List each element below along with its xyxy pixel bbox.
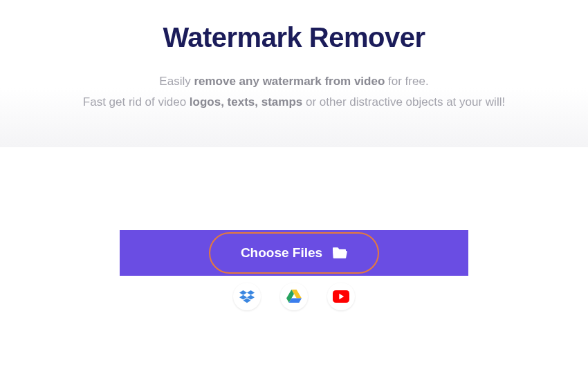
subtitle-2-pre: Fast get rid of video (83, 95, 190, 109)
hero-header: Watermark Remover Easily remove any wate… (0, 0, 588, 147)
upload-section: Choose Files (0, 147, 588, 310)
subtitle-2-post: or other distractive objects at your wil… (302, 95, 505, 109)
dropbox-icon (239, 290, 255, 303)
subtitle-1-pre: Easily (159, 75, 194, 88)
upload-bar[interactable]: Choose Files (120, 230, 468, 276)
dropbox-source-button[interactable] (233, 283, 261, 310)
subtitle-line-1: Easily remove any watermark from video f… (0, 71, 588, 92)
choose-files-label: Choose Files (241, 245, 322, 261)
choose-files-button[interactable]: Choose Files (209, 232, 379, 274)
subtitle-1-bold: remove any watermark from video (194, 75, 385, 88)
youtube-source-button[interactable] (327, 283, 355, 310)
google-drive-icon (286, 290, 302, 303)
page-title: Watermark Remover (0, 22, 588, 53)
youtube-icon (333, 290, 349, 303)
source-buttons (233, 283, 355, 310)
subtitle-line-2: Fast get rid of video logos, texts, stam… (0, 92, 588, 113)
folder-icon (332, 247, 347, 259)
subtitle-2-bold: logos, texts, stamps (190, 95, 302, 109)
svg-marker-0 (239, 290, 247, 295)
google-drive-source-button[interactable] (280, 283, 308, 310)
subtitle-1-post: for free. (385, 75, 428, 88)
svg-marker-1 (247, 290, 255, 295)
